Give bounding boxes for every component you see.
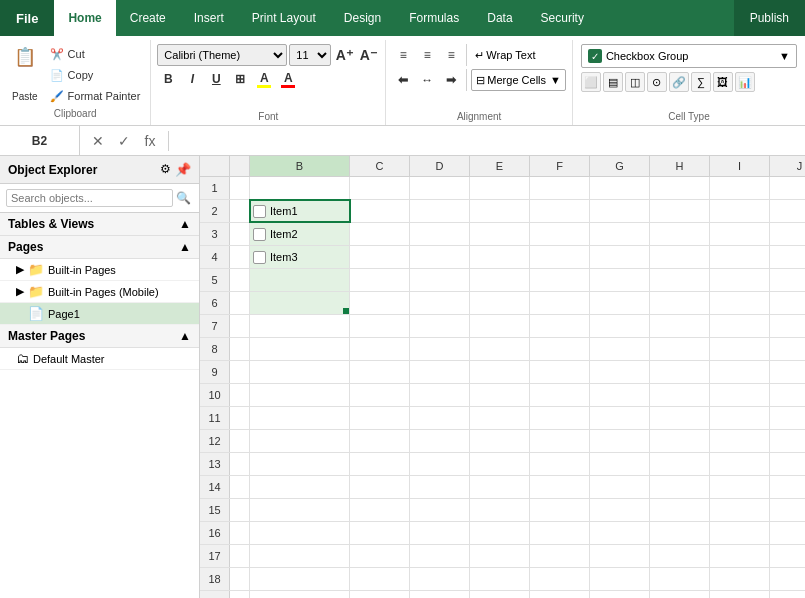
cell-C13[interactable] (350, 453, 410, 475)
cell-I16[interactable] (710, 522, 770, 544)
cell-image-btn[interactable]: 🖼 (713, 72, 733, 92)
row-number[interactable]: 11 (200, 407, 230, 429)
cell-D2[interactable] (410, 200, 470, 222)
cell-A5[interactable] (230, 269, 250, 291)
cell-J11[interactable] (770, 407, 805, 429)
cell-G5[interactable] (590, 269, 650, 291)
col-header-F[interactable]: F (530, 156, 590, 176)
tab-print-layout[interactable]: Print Layout (238, 0, 330, 36)
cell-D16[interactable] (410, 522, 470, 544)
row-number[interactable]: 14 (200, 476, 230, 498)
cell-D3[interactable] (410, 223, 470, 245)
sidebar-settings-icon[interactable]: ⚙ (160, 162, 171, 177)
cell-B6[interactable] (250, 292, 350, 314)
cell-formula-btn[interactable]: ∑ (691, 72, 711, 92)
row-number[interactable]: 8 (200, 338, 230, 360)
cell-G19[interactable] (590, 591, 650, 598)
cell-J19[interactable] (770, 591, 805, 598)
cell-C5[interactable] (350, 269, 410, 291)
cell-A10[interactable] (230, 384, 250, 406)
sidebar-item-default-master[interactable]: 🗂 Default Master (0, 348, 199, 370)
cell-border-btn2[interactable]: ▤ (603, 72, 623, 92)
cell-B9[interactable] (250, 361, 350, 383)
checkbox-input[interactable] (253, 228, 266, 241)
row-number[interactable]: 10 (200, 384, 230, 406)
cell-B18[interactable] (250, 568, 350, 590)
cell-C7[interactable] (350, 315, 410, 337)
formula-input[interactable] (169, 134, 805, 148)
cell-A13[interactable] (230, 453, 250, 475)
cell-type-dropdown[interactable]: ✓ Checkbox Group ▼ (581, 44, 797, 68)
cell-G12[interactable] (590, 430, 650, 452)
cell-J4[interactable] (770, 246, 805, 268)
cell-E17[interactable] (470, 545, 530, 567)
cell-H16[interactable] (650, 522, 710, 544)
sidebar-item-built-in-pages-mobile[interactable]: ▶ 📁 Built-in Pages (Mobile) (0, 281, 199, 303)
cell-D5[interactable] (410, 269, 470, 291)
merge-cells-button[interactable]: ⊟ Merge Cells ▼ (471, 69, 566, 91)
cell-G8[interactable] (590, 338, 650, 360)
cell-E5[interactable] (470, 269, 530, 291)
cell-F6[interactable] (530, 292, 590, 314)
cell-I12[interactable] (710, 430, 770, 452)
cell-B3[interactable]: Item2 (250, 223, 350, 245)
font-grow-button[interactable]: A⁺ (333, 44, 355, 66)
cell-F5[interactable] (530, 269, 590, 291)
cell-H6[interactable] (650, 292, 710, 314)
cell-E2[interactable] (470, 200, 530, 222)
col-header-J[interactable]: J (770, 156, 805, 176)
cell-A18[interactable] (230, 568, 250, 590)
cell-F10[interactable] (530, 384, 590, 406)
cell-A14[interactable] (230, 476, 250, 498)
checkbox-input[interactable] (253, 205, 266, 218)
align-left-button[interactable]: ⬅ (392, 69, 414, 91)
cell-J18[interactable] (770, 568, 805, 590)
cell-E19[interactable] (470, 591, 530, 598)
cell-B11[interactable] (250, 407, 350, 429)
cell-H13[interactable] (650, 453, 710, 475)
cell-A16[interactable] (230, 522, 250, 544)
tab-design[interactable]: Design (330, 0, 395, 36)
cut-button[interactable]: ✂️ Cut (46, 44, 145, 64)
cell-G10[interactable] (590, 384, 650, 406)
cell-E3[interactable] (470, 223, 530, 245)
cell-D1[interactable] (410, 177, 470, 199)
col-header-selector[interactable] (230, 156, 250, 176)
cell-border-btn3[interactable]: ◫ (625, 72, 645, 92)
italic-button[interactable]: I (181, 68, 203, 90)
row-number[interactable]: 4 (200, 246, 230, 268)
cell-H12[interactable] (650, 430, 710, 452)
cell-I11[interactable] (710, 407, 770, 429)
tab-security[interactable]: Security (527, 0, 598, 36)
cell-F12[interactable] (530, 430, 590, 452)
align-center-button[interactable]: ↔ (416, 69, 438, 91)
cell-D17[interactable] (410, 545, 470, 567)
cell-J14[interactable] (770, 476, 805, 498)
cell-B17[interactable] (250, 545, 350, 567)
cell-G16[interactable] (590, 522, 650, 544)
cell-D6[interactable] (410, 292, 470, 314)
cell-G6[interactable] (590, 292, 650, 314)
section-master-pages[interactable]: Master Pages ▲ (0, 325, 199, 348)
cell-G2[interactable] (590, 200, 650, 222)
cell-D8[interactable] (410, 338, 470, 360)
cell-H3[interactable] (650, 223, 710, 245)
cell-J6[interactable] (770, 292, 805, 314)
row-number[interactable]: 9 (200, 361, 230, 383)
cell-B16[interactable] (250, 522, 350, 544)
cell-J15[interactable] (770, 499, 805, 521)
cell-J2[interactable] (770, 200, 805, 222)
cell-E6[interactable] (470, 292, 530, 314)
cell-E9[interactable] (470, 361, 530, 383)
cell-B5[interactable] (250, 269, 350, 291)
cell-reference-box[interactable]: B2 (0, 126, 80, 155)
row-number[interactable]: 15 (200, 499, 230, 521)
cell-B15[interactable] (250, 499, 350, 521)
cell-E10[interactable] (470, 384, 530, 406)
cell-D15[interactable] (410, 499, 470, 521)
cell-F3[interactable] (530, 223, 590, 245)
cell-B19[interactable] (250, 591, 350, 598)
cell-H11[interactable] (650, 407, 710, 429)
cell-D7[interactable] (410, 315, 470, 337)
bold-button[interactable]: B (157, 68, 179, 90)
